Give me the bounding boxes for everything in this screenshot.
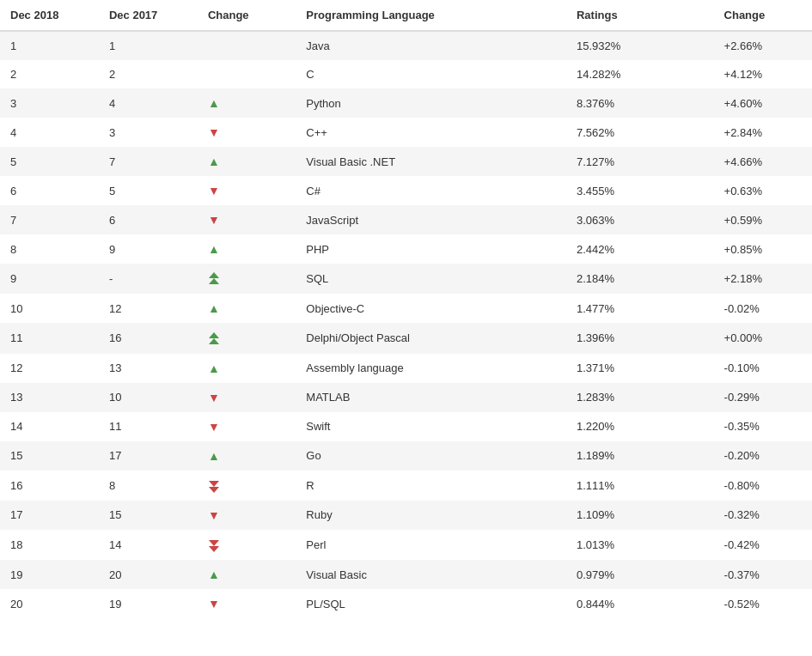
- column-header: Change: [198, 0, 296, 31]
- ratings-cell: 0.844%: [566, 589, 714, 618]
- change-icon-cell: ▼: [198, 501, 296, 530]
- change-cell: -0.35%: [714, 412, 812, 441]
- dec2018-cell: 20: [0, 589, 99, 618]
- dec2018-cell: 16: [0, 471, 99, 501]
- change-icon-cell: [198, 264, 296, 294]
- table-row: 2019▼PL/SQL0.844%-0.52%: [0, 589, 812, 618]
- table-row: 1411▼Swift1.220%-0.35%: [0, 412, 812, 441]
- language-cell: MATLAB: [296, 383, 566, 412]
- table-row: 89▲PHP2.442%+0.85%: [0, 234, 812, 264]
- svg-marker-1: [209, 278, 219, 284]
- change-icon-cell: ▲: [198, 234, 296, 264]
- arrow-down-icon: ▼: [208, 184, 220, 197]
- arrow-down-icon: ▼: [208, 391, 220, 404]
- table-row: 1715▼Ruby1.109%-0.32%: [0, 501, 812, 530]
- table-row: 22C14.282%+4.12%: [0, 60, 812, 88]
- change-icon-cell: [198, 60, 296, 88]
- table-row: 57▲Visual Basic .NET7.127%+4.66%: [0, 147, 812, 176]
- ratings-cell: 7.127%: [566, 147, 714, 176]
- change-cell: +2.18%: [714, 264, 812, 294]
- ratings-cell: 1.109%: [566, 501, 714, 530]
- dec2017-cell: 6: [99, 205, 198, 234]
- arrow-up-icon: ▲: [208, 242, 220, 256]
- language-cell: C++: [296, 118, 566, 147]
- change-icon-cell: ▲: [198, 147, 296, 176]
- change-cell: +2.66%: [714, 31, 812, 60]
- dec2017-cell: 12: [99, 294, 198, 323]
- ratings-cell: 1.283%: [566, 383, 714, 412]
- dec2017-cell: 15: [99, 501, 198, 530]
- ratings-cell: 1.220%: [566, 412, 714, 441]
- change-cell: +4.66%: [714, 147, 812, 176]
- language-cell: Python: [296, 88, 566, 118]
- rankings-table: Dec 2018Dec 2017ChangeProgramming Langua…: [0, 0, 812, 618]
- language-cell: Objective-C: [296, 294, 566, 323]
- table-row: 168R1.111%-0.80%: [0, 471, 812, 501]
- table-row: 43▼C++7.562%+2.84%: [0, 118, 812, 147]
- language-cell: Swift: [296, 412, 566, 441]
- change-cell: +4.60%: [714, 88, 812, 118]
- svg-marker-5: [209, 481, 219, 487]
- change-cell: -0.02%: [714, 294, 812, 323]
- language-cell: JavaScript: [296, 205, 566, 234]
- language-cell: C#: [296, 176, 566, 205]
- ratings-cell: 3.063%: [566, 205, 714, 234]
- language-cell: SQL: [296, 264, 566, 294]
- change-icon-cell: ▲: [198, 88, 296, 118]
- arrow-down-icon: ▼: [208, 213, 220, 227]
- dec2018-cell: 19: [0, 560, 99, 589]
- change-cell: -0.42%: [714, 530, 812, 560]
- change-icon-cell: ▼: [198, 205, 296, 234]
- change-icon-cell: ▼: [198, 412, 296, 441]
- dec2017-cell: 16: [99, 323, 198, 353]
- change-cell: -0.80%: [714, 471, 812, 501]
- change-cell: +0.85%: [714, 234, 812, 264]
- language-cell: Ruby: [296, 501, 566, 530]
- dec2017-cell: 5: [99, 176, 198, 205]
- dec2018-cell: 10: [0, 294, 99, 323]
- arrow-down-icon: ▼: [208, 597, 220, 610]
- dec2017-cell: 8: [99, 471, 198, 501]
- dec2018-cell: 6: [0, 176, 99, 205]
- arrow-up-double-icon: [208, 271, 220, 286]
- dec2018-cell: 18: [0, 530, 99, 560]
- ratings-cell: 1.013%: [566, 530, 714, 560]
- dec2017-cell: 13: [99, 354, 198, 383]
- ratings-cell: 2.184%: [566, 264, 714, 294]
- table-header-row: Dec 2018Dec 2017ChangeProgramming Langua…: [0, 0, 812, 31]
- change-icon-cell: [198, 323, 296, 353]
- dec2017-cell: 10: [99, 383, 198, 412]
- column-header: Dec 2017: [99, 0, 198, 31]
- svg-marker-0: [209, 272, 219, 278]
- change-cell: -0.29%: [714, 383, 812, 412]
- table-row: 65▼C#3.455%+0.63%: [0, 176, 812, 205]
- table-row: 9-SQL2.184%+2.18%: [0, 264, 812, 294]
- ratings-cell: 3.455%: [566, 176, 714, 205]
- change-icon-cell: ▲: [198, 560, 296, 589]
- table-row: 11Java15.932%+2.66%: [0, 31, 812, 60]
- language-cell: Visual Basic: [296, 560, 566, 589]
- svg-marker-4: [209, 487, 219, 493]
- change-icon-cell: ▲: [198, 441, 296, 471]
- ratings-cell: 8.376%: [566, 88, 714, 118]
- change-icon-cell: ▼: [198, 589, 296, 618]
- dec2018-cell: 17: [0, 501, 99, 530]
- dec2018-cell: 11: [0, 323, 99, 353]
- change-cell: +0.00%: [714, 323, 812, 353]
- change-icon-cell: ▼: [198, 383, 296, 412]
- dec2018-cell: 8: [0, 234, 99, 264]
- dec2017-cell: 11: [99, 412, 198, 441]
- change-cell: -0.52%: [714, 589, 812, 618]
- dec2017-cell: 4: [99, 88, 198, 118]
- change-icon-cell: [198, 530, 296, 560]
- dec2018-cell: 14: [0, 412, 99, 441]
- dec2017-cell: -: [99, 264, 198, 294]
- language-cell: Java: [296, 31, 566, 60]
- change-cell: -0.10%: [714, 354, 812, 383]
- change-icon-cell: ▼: [198, 176, 296, 205]
- arrow-down-double-icon: [208, 478, 220, 493]
- dec2018-cell: 9: [0, 264, 99, 294]
- ratings-cell: 15.932%: [566, 31, 714, 60]
- table-row: 1116Delphi/Object Pascal1.396%+0.00%: [0, 323, 812, 353]
- arrow-down-icon: ▼: [208, 508, 220, 522]
